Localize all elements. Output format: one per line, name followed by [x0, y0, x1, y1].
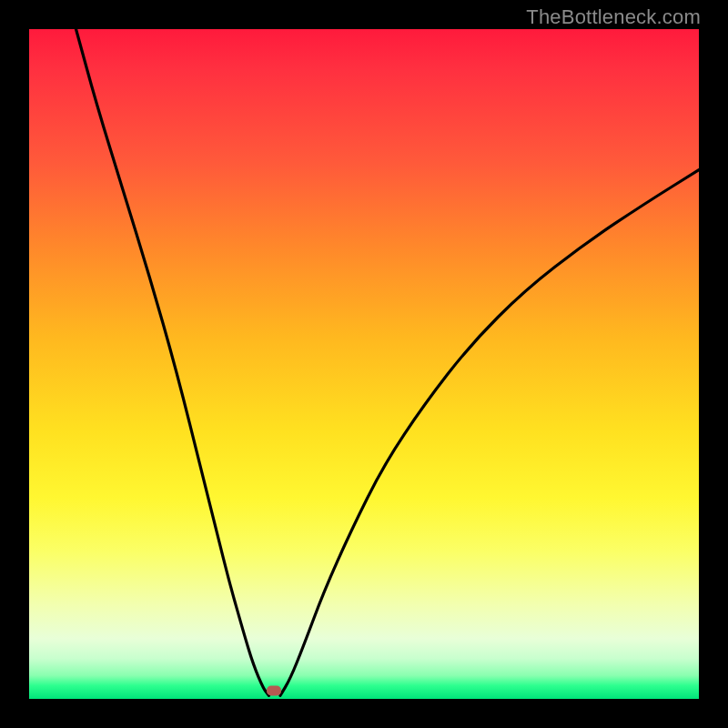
optimum-marker — [267, 686, 281, 696]
plot-area — [29, 29, 699, 699]
curve-right-branch — [280, 170, 699, 696]
curve-left-branch — [76, 29, 269, 695]
watermark-text: TheBottleneck.com — [526, 5, 701, 29]
chart-frame: TheBottleneck.com — [0, 0, 728, 728]
bottleneck-curve — [29, 29, 699, 699]
